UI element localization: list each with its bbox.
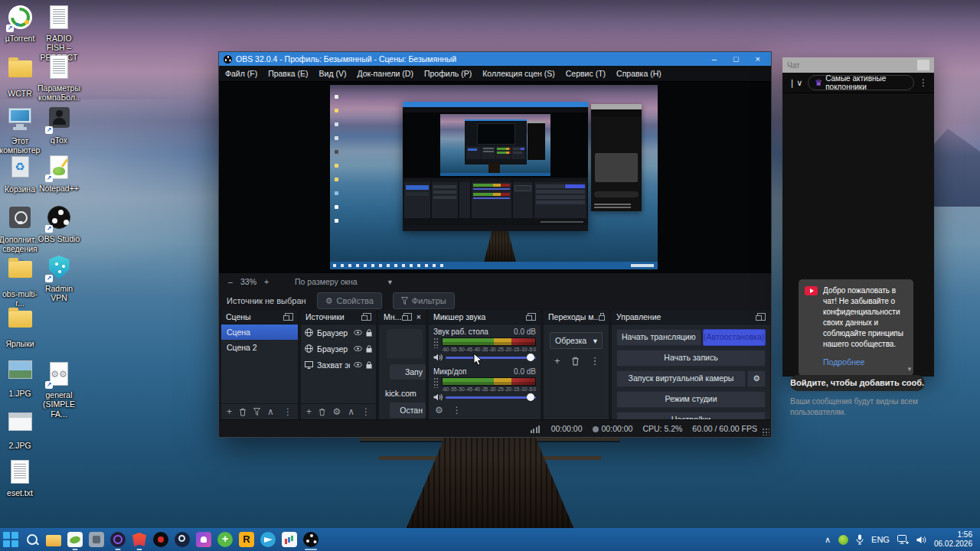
taskbar-brave[interactable] bbox=[129, 528, 150, 551]
minimize-button[interactable]: – bbox=[712, 54, 717, 64]
remove-source-button[interactable] bbox=[318, 408, 325, 416]
menu-item[interactable]: Файл (F) bbox=[225, 69, 257, 78]
eye-icon[interactable] bbox=[354, 346, 362, 351]
taskbar-messenger[interactable] bbox=[193, 528, 214, 551]
popout-icon[interactable] bbox=[600, 313, 604, 321]
remove-scene-button[interactable] bbox=[239, 408, 247, 416]
language-indicator[interactable]: ENG bbox=[871, 535, 890, 544]
menu-item[interactable]: Вид (V) bbox=[319, 69, 347, 78]
multi-start-button[interactable]: Запу bbox=[390, 364, 426, 380]
scene-item-selected[interactable]: Сцена bbox=[221, 324, 298, 340]
desktop-icon-parametry[interactable]: Параметры компаБол... bbox=[38, 54, 80, 112]
menu-item[interactable]: Коллекция сцен (S) bbox=[482, 69, 555, 78]
scenes-menu-button[interactable]: ⋮ bbox=[283, 406, 292, 417]
start-button[interactable] bbox=[0, 528, 21, 551]
volume-slider-handle[interactable] bbox=[527, 354, 534, 361]
chat-titlebar[interactable]: Чат bbox=[782, 57, 934, 73]
mixer-menu-button[interactable]: ⋮ bbox=[452, 405, 462, 416]
volume-slider[interactable] bbox=[446, 396, 536, 399]
scene-item[interactable]: Сцена 2 bbox=[221, 340, 298, 355]
taskbar-rockstar[interactable]: R bbox=[236, 528, 257, 551]
desktop-icon-general[interactable]: ⚙⚙ general (SIMPLE FA... bbox=[38, 361, 80, 419]
menu-item[interactable]: Сервис (Т) bbox=[566, 69, 606, 78]
taskbar-stats-app[interactable] bbox=[279, 528, 300, 551]
collapse-chat-icon[interactable]: ❘∨ bbox=[789, 78, 803, 88]
desktop-icon-notepad[interactable]: Notepad++ bbox=[38, 155, 80, 193]
transition-select[interactable]: Обрезка ▾ bbox=[550, 332, 603, 349]
chat-titlebar-button[interactable] bbox=[917, 60, 929, 70]
volume-slider-handle[interactable] bbox=[527, 393, 534, 401]
menu-item[interactable]: Правка (Е) bbox=[268, 69, 308, 78]
microphone-icon[interactable] bbox=[856, 534, 864, 545]
obs-titlebar[interactable]: OBS 32.0.4 - Профиль: Безымянный - Сцены… bbox=[219, 52, 771, 66]
desktop-icon-yarlyki[interactable]: Ярлыки bbox=[0, 305, 41, 348]
popout-icon[interactable] bbox=[757, 313, 766, 321]
taskbar-file-explorer[interactable] bbox=[43, 528, 64, 551]
desktop-icon-wctr[interactable]: WCTR bbox=[0, 54, 41, 98]
mixer-settings-icon[interactable]: ⚙ bbox=[435, 405, 443, 416]
close-dock-button[interactable]: × bbox=[416, 312, 421, 321]
sign-in-button[interactable]: Войдите, чтобы добавить сооб... bbox=[790, 375, 925, 391]
drag-grip-icon[interactable] bbox=[433, 337, 439, 348]
desktop-icon-1jpg[interactable]: 1.JPG bbox=[0, 357, 41, 398]
resize-grip[interactable] bbox=[762, 428, 769, 435]
start-streaming-button[interactable]: Начать трансляцию bbox=[616, 329, 701, 346]
autostop-button[interactable]: (Автоостановка) bbox=[703, 329, 766, 346]
source-item[interactable]: Браузер bbox=[301, 341, 376, 357]
taskbar-clock[interactable]: 1:56 06.02.2026 bbox=[934, 530, 972, 549]
taskbar-antivirus[interactable] bbox=[214, 528, 236, 551]
chevron-down-icon[interactable]: ▼ bbox=[906, 366, 913, 373]
add-scene-button[interactable]: + bbox=[227, 406, 232, 417]
taskbar-notepad[interactable] bbox=[64, 528, 86, 551]
taskbar-steam[interactable] bbox=[172, 528, 193, 551]
lock-icon[interactable] bbox=[366, 345, 372, 353]
filters-button[interactable]: Фильтры bbox=[393, 292, 455, 309]
drag-grip-icon[interactable] bbox=[433, 377, 439, 388]
desktop-icon-2jpg[interactable]: 2.JPG bbox=[0, 409, 41, 450]
desktop-icon-obs-multi[interactable]: obs-multi-r... bbox=[0, 255, 41, 308]
desktop-icon-recycle-bin[interactable]: ♻ Корзина bbox=[0, 155, 41, 194]
taskbar-tor[interactable] bbox=[107, 528, 129, 551]
obs-preview[interactable] bbox=[219, 82, 771, 273]
eye-icon[interactable] bbox=[354, 362, 362, 367]
taskbar-recorder[interactable] bbox=[150, 528, 172, 551]
eye-icon[interactable] bbox=[354, 330, 362, 335]
taskbar-search[interactable] bbox=[21, 528, 43, 551]
desktop-icon-eset-txt[interactable]: eset.txt bbox=[0, 459, 41, 497]
multi-stop-button[interactable]: Остан bbox=[390, 403, 426, 418]
taskbar-app-gray[interactable] bbox=[86, 528, 107, 551]
lock-icon[interactable] bbox=[366, 361, 372, 369]
chat-menu-button[interactable]: ⋮ bbox=[919, 77, 928, 88]
menu-item[interactable]: Профиль (Р) bbox=[424, 69, 472, 78]
desktop-icon-utorrent[interactable]: µTorrent bbox=[0, 5, 41, 43]
menu-item[interactable]: Док-панели (D) bbox=[357, 69, 413, 78]
desktop-icon-qtox[interactable]: qTox bbox=[38, 105, 80, 145]
speaker-icon[interactable] bbox=[433, 354, 443, 361]
source-item[interactable]: Захват эк bbox=[301, 357, 376, 373]
start-recording-button[interactable]: Начать запись bbox=[616, 350, 766, 367]
network-icon[interactable] bbox=[897, 535, 909, 544]
add-source-button[interactable]: + bbox=[306, 406, 312, 417]
add-transition-button[interactable]: + bbox=[554, 355, 560, 367]
source-properties-button[interactable]: ⚙ bbox=[332, 406, 341, 417]
virtual-camera-button[interactable]: Запуск виртуальной камеры bbox=[616, 370, 746, 387]
volume-slider[interactable] bbox=[446, 357, 536, 359]
desktop-icon-radmin-vpn[interactable]: Radmin VPN bbox=[38, 255, 80, 303]
studio-mode-button[interactable]: Режим студии bbox=[616, 391, 766, 408]
lock-icon[interactable] bbox=[366, 329, 372, 337]
tray-overflow-chevron[interactable]: ∧ bbox=[825, 535, 831, 545]
popout-icon[interactable] bbox=[528, 313, 536, 321]
taskbar-obs[interactable] bbox=[300, 528, 322, 551]
zoom-fit-dropdown[interactable]: По размеру окна ▾ bbox=[295, 277, 392, 286]
popout-icon[interactable] bbox=[363, 313, 371, 321]
remove-transition-button[interactable] bbox=[571, 357, 580, 366]
zoom-out-button[interactable]: – bbox=[227, 277, 234, 286]
zoom-in-button[interactable]: + bbox=[263, 277, 270, 286]
transition-menu-button[interactable]: ⋮ bbox=[590, 355, 600, 367]
source-up-button[interactable]: ∧ bbox=[348, 406, 354, 417]
speaker-icon[interactable] bbox=[916, 536, 926, 544]
properties-button[interactable]: ⚙ Свойства bbox=[317, 292, 382, 309]
sources-menu-button[interactable]: ⋮ bbox=[361, 406, 371, 417]
maximize-button[interactable]: □ bbox=[733, 54, 739, 64]
learn-more-link[interactable]: Подробнее bbox=[823, 357, 907, 368]
